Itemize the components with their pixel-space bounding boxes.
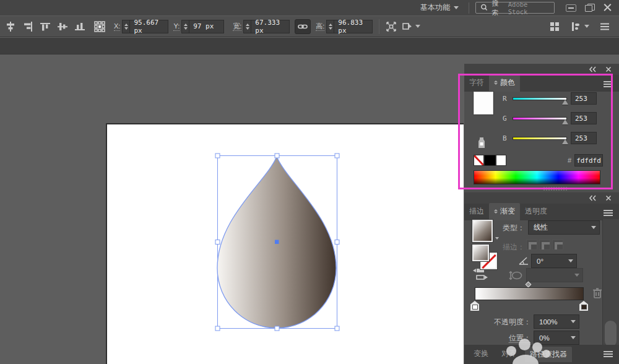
menu-list-icon[interactable] bbox=[599, 21, 610, 32]
gradient-angle-dropdown[interactable]: 0° bbox=[531, 254, 577, 268]
horizontal-align-center-icon[interactable] bbox=[57, 21, 68, 32]
tab-align[interactable]: 对齐 bbox=[501, 349, 516, 359]
close-panel-icon[interactable] bbox=[604, 195, 613, 201]
restore-icon[interactable] bbox=[585, 4, 595, 12]
shape-center-anchor[interactable] bbox=[275, 240, 279, 245]
x-field: 95.667 px bbox=[122, 20, 168, 33]
black-swatch[interactable] bbox=[484, 155, 496, 166]
tab-stroke[interactable]: 描边 bbox=[464, 203, 489, 220]
channel-r-slider-thumb[interactable] bbox=[562, 100, 568, 105]
width-input[interactable]: 67.333 px bbox=[251, 20, 290, 33]
none-color-swatch[interactable] bbox=[474, 155, 484, 166]
align-to-selection-icon[interactable] bbox=[570, 21, 581, 32]
workspace-switcher[interactable]: 基本功能 bbox=[417, 1, 462, 14]
y-input[interactable]: 97 px bbox=[189, 20, 224, 33]
close-panel-icon[interactable] bbox=[604, 66, 613, 72]
gradient-panel-header bbox=[464, 193, 619, 204]
opacity-dropdown[interactable]: 100% bbox=[534, 314, 579, 329]
controlbar-right-icons bbox=[549, 21, 614, 32]
collapse-panels-icon[interactable] bbox=[588, 66, 597, 72]
tab-transform[interactable]: 变换 bbox=[474, 349, 488, 359]
panel-resize-handle[interactable] bbox=[543, 187, 568, 191]
gradient-midpoint-marker[interactable] bbox=[526, 282, 532, 288]
controlbar-divider bbox=[379, 19, 379, 34]
channel-g-slider[interactable] bbox=[513, 117, 567, 120]
vertical-align-center-icon[interactable] bbox=[5, 21, 16, 32]
tab-character[interactable]: 字符 bbox=[464, 74, 489, 92]
white-swatch[interactable] bbox=[496, 155, 506, 166]
x-input[interactable]: 95.667 px bbox=[130, 20, 168, 33]
channel-g-value[interactable]: 253 bbox=[571, 112, 597, 124]
link-dimensions-button[interactable] bbox=[295, 19, 311, 34]
vertical-align-bottom-icon[interactable] bbox=[74, 21, 85, 32]
y-field-label[interactable]: Y: bbox=[173, 22, 180, 31]
gradient-preview-swatch[interactable] bbox=[472, 220, 493, 242]
hex-value-input[interactable]: fdfdfd bbox=[574, 154, 603, 167]
channel-r-slider[interactable] bbox=[513, 97, 567, 100]
tab-pathfinder[interactable]: 路径查找器 bbox=[525, 347, 572, 362]
channel-r-value[interactable]: 253 bbox=[571, 92, 597, 105]
menubar-divider bbox=[469, 2, 469, 14]
panel-scrollbar-thumb[interactable] bbox=[605, 321, 617, 347]
search-placeholder: Adobe Stock bbox=[508, 1, 550, 15]
gradient-type-dropdown[interactable]: 线性 bbox=[528, 220, 600, 235]
arrange-grid-icon[interactable] bbox=[549, 21, 560, 32]
tab-transparency[interactable]: 透明度 bbox=[520, 203, 552, 220]
horizontal-align-right-icon[interactable] bbox=[22, 21, 33, 32]
gradient-swatch-dropdown-icon[interactable] bbox=[495, 237, 499, 240]
color-panel-group: 字符 颜色 R 253 G 253 B 253 # fdfdfd bbox=[464, 64, 619, 192]
minimize-icon[interactable] bbox=[566, 4, 576, 12]
channel-g-slider-thumb[interactable] bbox=[562, 119, 568, 124]
channel-b-slider[interactable] bbox=[513, 137, 567, 140]
y-stepper[interactable] bbox=[181, 20, 189, 33]
bottom-panel-tabbar: 变换 对齐 路径查找器 bbox=[464, 345, 619, 364]
scale-corners-icon[interactable] bbox=[386, 21, 397, 32]
stroke-across-button[interactable] bbox=[552, 240, 563, 250]
gradient-stop-start[interactable] bbox=[470, 301, 479, 311]
gradient-fill-stroke-widget[interactable] bbox=[472, 245, 498, 271]
ink-bottle-icon[interactable] bbox=[477, 137, 487, 149]
type-label: 类型： bbox=[503, 223, 525, 233]
stock-search-input[interactable]: 搜索 Adobe Stock bbox=[475, 2, 555, 14]
x-field-label[interactable]: X: bbox=[114, 22, 120, 31]
channel-b-slider-thumb[interactable] bbox=[562, 139, 568, 144]
height-input[interactable]: 96.833 px bbox=[334, 20, 373, 33]
delete-stop-trash-icon bbox=[592, 287, 602, 299]
workspace-switcher-label: 基本功能 bbox=[420, 2, 450, 13]
panel-scrollbar-track[interactable] bbox=[602, 219, 619, 345]
panel-cycle-icon bbox=[494, 80, 498, 85]
location-label: 位置： bbox=[488, 333, 531, 344]
close-icon[interactable] bbox=[604, 4, 612, 12]
width-stepper[interactable] bbox=[243, 20, 251, 33]
corner-widget-icon[interactable] bbox=[402, 21, 413, 32]
vertical-align-top-icon[interactable] bbox=[40, 21, 51, 32]
chain-link-icon bbox=[298, 24, 308, 30]
current-fill-swatch[interactable] bbox=[474, 92, 493, 115]
height-field-label[interactable]: 高: bbox=[316, 22, 324, 31]
collapse-panels-icon[interactable] bbox=[588, 195, 597, 201]
location-dropdown[interactable]: 0% bbox=[534, 331, 579, 345]
color-panel-menu-icon[interactable] bbox=[604, 81, 613, 87]
height-stepper[interactable] bbox=[326, 20, 334, 33]
stroke-within-button[interactable] bbox=[526, 240, 537, 250]
gradient-fill-chip[interactable] bbox=[472, 245, 489, 261]
channel-b-value[interactable]: 253 bbox=[571, 132, 597, 144]
transform-more-chevron-icon[interactable] bbox=[415, 25, 420, 28]
reference-point-grid-icon[interactable] bbox=[94, 21, 105, 32]
gradient-stop-end[interactable] bbox=[579, 301, 588, 311]
illustrator-app-window: { "menubar": { "workspace": "基本功能", "sea… bbox=[0, 0, 619, 364]
color-spectrum-bar[interactable] bbox=[474, 170, 600, 184]
gradient-panel-menu-icon[interactable] bbox=[604, 210, 613, 216]
width-field-label[interactable]: 宽: bbox=[233, 22, 241, 31]
color-panel-header bbox=[464, 64, 619, 75]
align-options-chevron-icon[interactable] bbox=[584, 25, 589, 28]
stroke-along-button[interactable] bbox=[539, 240, 550, 250]
bottom-panel-menu-icon[interactable] bbox=[604, 351, 613, 357]
selected-shape-overlay[interactable] bbox=[210, 149, 344, 334]
gradient-slider-bar[interactable] bbox=[475, 287, 584, 300]
tab-color[interactable]: 颜色 bbox=[489, 74, 520, 92]
reverse-gradient-icon[interactable] bbox=[472, 268, 488, 280]
stroke-label: 描边： bbox=[503, 242, 525, 253]
tab-gradient[interactable]: 渐变 bbox=[489, 203, 520, 220]
x-stepper[interactable] bbox=[122, 20, 130, 33]
